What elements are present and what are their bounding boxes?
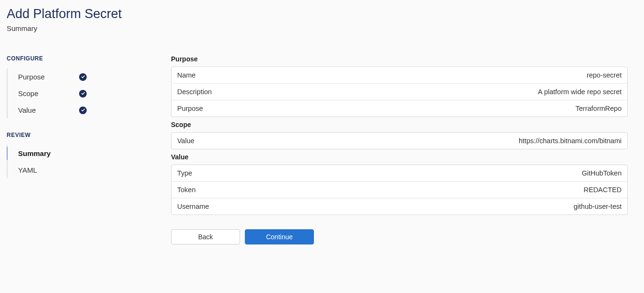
summary-purpose-table: Name repo-secret Description A platform …: [171, 67, 628, 117]
sidebar-item-purpose[interactable]: Purpose: [8, 68, 171, 85]
summary-value-table: Type GitHubToken Token REDACTED Username…: [171, 165, 628, 215]
check-icon: [79, 90, 87, 98]
sidebar-configure-items: Purpose Scope Value: [7, 68, 171, 118]
table-row: Type GitHubToken: [171, 165, 627, 182]
table-row: Description A platform wide repo secret: [171, 84, 627, 100]
row-value: A platform wide repo secret: [538, 88, 622, 96]
table-row: Value https://charts.bitnami.com/bitnami: [171, 133, 627, 149]
row-label: Description: [177, 88, 212, 96]
sidebar-item-value[interactable]: Value: [8, 102, 171, 118]
page-subtitle: Summary: [7, 24, 637, 32]
back-button[interactable]: Back: [171, 229, 240, 244]
summary-scope-section: Scope Value https://charts.bitnami.com/b…: [171, 121, 628, 149]
summary-purpose-section: Purpose Name repo-secret Description A p…: [171, 55, 628, 117]
sidebar-item-summary[interactable]: Summary: [8, 145, 171, 162]
continue-button[interactable]: Continue: [245, 229, 314, 244]
row-value: github-user-test: [574, 203, 622, 210]
sidebar-item-yaml[interactable]: YAML: [8, 162, 171, 178]
row-value: REDACTED: [584, 186, 622, 194]
row-value: TerraformRepo: [575, 105, 622, 112]
row-value: GitHubToken: [582, 169, 622, 177]
sidebar-item-label: YAML: [18, 166, 73, 174]
row-value: repo-secret: [587, 71, 622, 79]
sidebar-item-scope[interactable]: Scope: [8, 85, 171, 102]
sidebar-configure-header: CONFIGURE: [7, 55, 171, 62]
row-label: Name: [177, 71, 196, 79]
summary-section-title: Value: [171, 153, 628, 161]
summary-section-title: Purpose: [171, 55, 628, 63]
page-title: Add Platform Secret: [7, 7, 637, 21]
row-value: https://charts.bitnami.com/bitnami: [519, 137, 622, 145]
table-row: Token REDACTED: [171, 182, 627, 198]
sidebar-item-label: Purpose: [18, 73, 73, 81]
table-row: Username github-user-test: [171, 198, 627, 215]
sidebar: CONFIGURE Purpose Scope Value: [7, 55, 171, 244]
row-label: Token: [177, 186, 196, 194]
row-label: Username: [177, 203, 209, 210]
summary-section-title: Scope: [171, 121, 628, 128]
sidebar-item-label: Value: [18, 106, 73, 114]
summary-value-section: Value Type GitHubToken Token REDACTED Us…: [171, 153, 628, 215]
sidebar-review-header: REVIEW: [7, 132, 171, 138]
row-label: Value: [177, 137, 194, 145]
row-label: Type: [177, 169, 192, 177]
sidebar-item-label: Summary: [18, 149, 73, 157]
check-icon: [79, 73, 87, 81]
row-label: Purpose: [177, 105, 203, 112]
table-row: Name repo-secret: [171, 67, 627, 84]
sidebar-item-label: Scope: [18, 89, 73, 98]
button-row: Back Continue: [171, 229, 628, 244]
check-icon: [79, 107, 87, 114]
summary-scope-table: Value https://charts.bitnami.com/bitnami: [171, 132, 628, 149]
table-row: Purpose TerraformRepo: [171, 100, 627, 117]
main-content: Purpose Name repo-secret Description A p…: [171, 55, 637, 244]
sidebar-review-items: Summary YAML: [7, 145, 171, 178]
